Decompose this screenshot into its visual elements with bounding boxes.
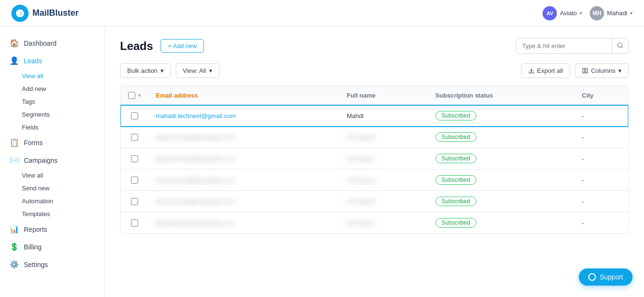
sidebar-sub-item-view-all[interactable]: View all: [22, 69, 104, 82]
sidebar-item-label-leads: Leads: [24, 57, 42, 65]
sidebar-sub-item-automation[interactable]: Automation: [22, 195, 104, 208]
header-right: AV Aviato ▾ MH Mahadi ▾: [543, 6, 633, 20]
row-city: -: [574, 212, 629, 234]
table-row: blurred.email@example.com Full Name Subs…: [121, 148, 628, 169]
row-checkbox-cell: [121, 212, 148, 234]
row-checkbox-cell: [121, 191, 148, 212]
columns-label: Columns: [591, 67, 615, 74]
row-email: blurred.email@example.com: [148, 212, 339, 234]
columns-button[interactable]: Columns ▾: [575, 63, 629, 78]
user2-avatar: MH: [590, 6, 604, 20]
forms-icon: 📋: [10, 138, 19, 147]
table-body: mahadi.technext@gmail.com Mahdi Subscrib…: [121, 105, 628, 234]
row-status: Subscribed: [428, 212, 574, 234]
row-city: -: [574, 105, 629, 127]
user1-name: Aviato: [560, 10, 577, 17]
sidebar-item-reports[interactable]: 📊 Reports: [0, 220, 104, 238]
svg-rect-3: [585, 69, 587, 73]
view-filter-button[interactable]: View: All ▾: [176, 63, 220, 78]
row-checkbox[interactable]: [131, 198, 138, 205]
row-email[interactable]: mahadi.technext@gmail.com: [148, 105, 339, 127]
status-badge: Subscribed: [435, 111, 476, 120]
support-label: Support: [600, 273, 623, 281]
row-checkbox[interactable]: [131, 112, 138, 119]
page-header: Leads + Add new: [120, 38, 629, 54]
row-email: blurred.email@example.com: [148, 148, 339, 169]
row-checkbox[interactable]: [131, 134, 138, 141]
sidebar-item-campaigns[interactable]: ✉️ Campaigns: [0, 151, 104, 169]
campaigns-submenu: View all Send new Automation Templates: [0, 169, 104, 220]
sidebar-sub-item-fields[interactable]: Fields: [22, 121, 104, 134]
sidebar-item-label-dashboard: Dashboard: [24, 40, 57, 47]
support-button[interactable]: Support: [579, 268, 633, 286]
view-filter-chevron-icon: ▾: [209, 67, 212, 74]
logo-area[interactable]: MailBluster: [11, 5, 79, 22]
leads-submenu: View all Add new Tags Segments Fields: [0, 69, 104, 134]
sidebar-sub-item-add-new[interactable]: Add new: [22, 82, 104, 95]
row-city: -: [574, 148, 629, 169]
sidebar-item-dashboard[interactable]: 🏠 Dashboard: [0, 34, 104, 52]
row-checkbox-cell: [121, 169, 148, 191]
campaigns-icon: ✉️: [10, 156, 19, 165]
export-all-button[interactable]: Export all: [521, 63, 570, 78]
status-badge: Subscribed: [435, 218, 476, 228]
user2-chevron-icon: ▾: [630, 10, 633, 16]
user1-menu[interactable]: AV Aviato ▾: [543, 6, 582, 20]
table-row: blurred.email@example.com Full Name Subs…: [121, 127, 628, 148]
leads-table: ▾ Email address Full name Subscription s…: [121, 86, 628, 233]
sidebar-item-label-reports: Reports: [24, 226, 47, 233]
sidebar-item-leads[interactable]: 👤 Leads: [0, 52, 104, 69]
bulk-action-chevron-icon: ▾: [161, 67, 164, 74]
page-header-left: Leads + Add new: [120, 39, 204, 53]
sidebar-item-label-campaigns: Campaigns: [24, 157, 58, 164]
th-checkbox: ▾: [121, 86, 148, 105]
settings-icon: ⚙️: [10, 260, 19, 269]
toolbar-right: Export all Columns ▾: [521, 63, 629, 78]
sidebar-sub-item-send-new[interactable]: Send new: [22, 182, 104, 195]
support-icon: [588, 273, 596, 281]
email-link[interactable]: mahadi.technext@gmail.com: [156, 112, 236, 119]
billing-icon: 💲: [10, 242, 19, 251]
row-status: Subscribed: [428, 191, 574, 212]
row-checkbox-cell: [121, 127, 148, 148]
th-fullname: Full name: [339, 86, 428, 105]
sidebar-item-forms[interactable]: 📋 Forms: [0, 134, 104, 151]
row-checkbox[interactable]: [131, 155, 138, 162]
columns-chevron-icon: ▾: [618, 67, 622, 74]
sidebar-sub-item-tags[interactable]: Tags: [22, 95, 104, 108]
table-row: blurred.email@example.com Full Name Subs…: [121, 169, 628, 191]
user1-chevron-icon: ▾: [580, 10, 582, 16]
sidebar-sub-item-segments[interactable]: Segments: [22, 108, 104, 121]
sidebar-sub-item-view-all-c[interactable]: View all: [22, 169, 104, 182]
view-filter-label: View: All: [183, 67, 206, 74]
row-fullname: Full Name: [339, 127, 428, 148]
row-status: Subscribed: [428, 127, 574, 148]
app-layout: 🏠 Dashboard 👤 Leads View all Add new Tag…: [0, 27, 644, 297]
row-checkbox-cell: [121, 148, 148, 169]
select-chevron-icon[interactable]: ▾: [138, 93, 141, 98]
status-badge: Subscribed: [435, 132, 476, 142]
bulk-action-button[interactable]: Bulk action ▾: [120, 63, 171, 78]
row-status: Subscribed: [428, 148, 574, 169]
row-status: Subscribed: [428, 169, 574, 191]
toolbar-left: Bulk action ▾ View: All ▾: [120, 63, 220, 78]
user1-avatar: AV: [543, 6, 557, 20]
search-input[interactable]: [516, 39, 612, 53]
sidebar-item-billing[interactable]: 💲 Billing: [0, 238, 104, 256]
sidebar-item-settings[interactable]: ⚙️ Settings: [0, 256, 104, 273]
sidebar-item-label-billing: Billing: [24, 243, 41, 251]
row-fullname: Full Name: [339, 169, 428, 191]
toolbar: Bulk action ▾ View: All ▾ Export all: [120, 63, 629, 78]
dashboard-icon: 🏠: [10, 39, 19, 48]
add-new-button[interactable]: + Add new: [161, 39, 204, 53]
status-badge: Subscribed: [435, 154, 476, 163]
sidebar-sub-item-templates[interactable]: Templates: [22, 208, 104, 220]
user2-menu[interactable]: MH Mahadi ▾: [590, 6, 633, 20]
search-button[interactable]: [612, 39, 628, 53]
select-all-checkbox[interactable]: [128, 92, 135, 99]
row-checkbox[interactable]: [131, 177, 138, 184]
svg-rect-2: [583, 69, 584, 73]
th-email: Email address: [148, 86, 339, 105]
row-checkbox[interactable]: [131, 219, 138, 227]
status-badge: Subscribed: [435, 197, 476, 206]
